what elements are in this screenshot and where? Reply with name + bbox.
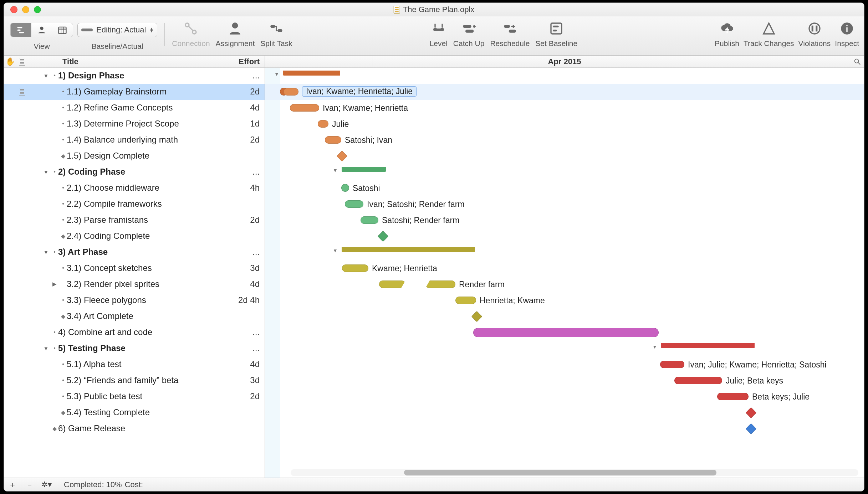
scrollbar-thumb[interactable] [404, 470, 716, 475]
view-segmented-control[interactable] [10, 23, 73, 37]
milestone-bullet-icon: ◆ [60, 313, 67, 320]
gantt-milestone-diamond[interactable] [745, 407, 756, 418]
gantt-task-bar[interactable] [660, 361, 684, 368]
outline-row-r14[interactable]: •1.4) Balance underlying math2d [4, 132, 265, 148]
disclosure-down-icon[interactable] [44, 249, 49, 255]
disclosure-down-icon[interactable] [44, 73, 49, 79]
view-calendar-button[interactable] [52, 23, 73, 37]
row-title: 4) Combine art and code [58, 327, 228, 337]
disclosure-down-icon[interactable] [44, 169, 49, 175]
outline-row-r23[interactable]: •2.3) Parse framistans2d [4, 212, 265, 228]
publish-button[interactable] [719, 20, 736, 37]
outline-row-r34[interactable]: ◆3.4) Art Complete [4, 308, 265, 324]
outline-row-r15[interactable]: ◆1.5) Design Complete [4, 148, 265, 164]
outline-rows[interactable]: •1) Design Phase...•1.1) Gameplay Brains… [4, 68, 265, 437]
bullet-icon: • [60, 120, 67, 127]
catch-up-button[interactable] [460, 20, 478, 37]
view-people-button[interactable] [31, 23, 52, 37]
add-task-button[interactable]: ＋ [4, 478, 21, 491]
gantt-summary-bar[interactable] [662, 343, 754, 348]
level-button[interactable] [430, 20, 447, 37]
action-menu-button[interactable]: ✲▾ [38, 478, 55, 491]
outline-row-r12[interactable]: •1.2) Refine Game Concepts4d [4, 100, 265, 116]
close-window-button[interactable] [10, 6, 17, 13]
outline-row-r2[interactable]: •2) Coding Phase... [4, 164, 265, 180]
gantt-bar-label: Julie [332, 119, 349, 129]
magnifier-icon[interactable] [853, 58, 861, 66]
gantt-disclosure-icon[interactable]: ▼ [333, 248, 338, 253]
outline-row-r4[interactable]: •4) Combine art and code... [4, 324, 265, 340]
view-gantt-button[interactable] [11, 23, 31, 37]
outline-row-r31[interactable]: •3.1) Concept sketches3d [4, 260, 265, 276]
gantt-task-bar[interactable] [342, 264, 368, 272]
outline-row-r54[interactable]: ◆5.4) Testing Complete [4, 405, 265, 421]
gantt-task-bar[interactable] [345, 200, 363, 208]
row-title: 3.4) Art Complete [67, 311, 228, 321]
set-baseline-button[interactable] [548, 20, 565, 37]
track-changes-button[interactable] [760, 20, 777, 37]
outline-row-r1[interactable]: •1) Design Phase... [4, 68, 265, 84]
gantt-task-bar[interactable] [361, 216, 378, 224]
reschedule-label: Reschedule [490, 39, 530, 48]
baseline-popup[interactable]: Editing: Actual ▲▼ [77, 23, 157, 37]
outline-row-r6[interactable]: ◆6) Game Release [4, 421, 265, 437]
gantt-task-bar[interactable] [325, 136, 341, 144]
outline-row-r51[interactable]: •5.1) Alpha test4d [4, 356, 265, 372]
assignment-button[interactable] [226, 20, 244, 37]
disclosure-down-icon[interactable] [44, 345, 49, 351]
gantt-timeline-header[interactable]: Apr 2015 [265, 56, 864, 68]
effort-column-header[interactable]: Effort [228, 57, 265, 66]
gantt-summary-bar[interactable] [342, 167, 386, 172]
row-effort: 2d [228, 87, 265, 97]
outline-row-r24[interactable]: ◆2.4) Coding Complete [4, 228, 265, 244]
gantt-task-bar[interactable] [473, 328, 659, 337]
gantt-summary-bar[interactable] [284, 71, 340, 76]
gantt-task-bar[interactable] [290, 104, 319, 112]
disclosure-right-icon[interactable] [52, 281, 57, 287]
zoom-window-button[interactable] [34, 6, 41, 13]
violations-button[interactable] [806, 20, 823, 37]
split-task-button[interactable] [268, 20, 285, 37]
gantt-task-bar[interactable] [318, 120, 328, 128]
gantt-task-bar[interactable] [717, 393, 749, 400]
outline-row-r11[interactable]: •1.1) Gameplay Brainstorm2d [4, 84, 265, 100]
outline-row-r32[interactable]: 3.2) Render pixel sprites4d [4, 276, 265, 292]
gantt-split-segment[interactable] [425, 281, 455, 288]
outline-row-r3[interactable]: •3) Art Phase... [4, 244, 265, 260]
gantt-summary-bar[interactable] [342, 247, 475, 252]
gantt-milestone-diamond[interactable] [745, 423, 756, 434]
outline-row-r5[interactable]: •5) Testing Phase... [4, 340, 265, 356]
gantt-task-bar[interactable] [455, 297, 476, 304]
outline-row-r33[interactable]: •3.3) Fleece polygons2d 4h [4, 292, 265, 308]
svg-rect-19 [553, 26, 559, 27]
bullet-icon: • [60, 217, 67, 223]
assignment-label: Assignment [216, 39, 255, 48]
bullet-icon: • [60, 393, 67, 400]
outline-row-r22[interactable]: •2.2) Compile frameworks [4, 196, 265, 212]
gantt-disclosure-icon[interactable]: ▼ [652, 344, 657, 350]
gantt-chart[interactable]: ▼Ivan; Kwame; Henrietta; JulieIvan; Kwam… [265, 68, 864, 478]
gantt-milestone-circle[interactable] [341, 184, 349, 192]
remove-task-button[interactable]: － [21, 478, 38, 491]
gantt-milestone-diamond[interactable] [471, 311, 482, 322]
gantt-disclosure-icon[interactable]: ▼ [274, 71, 279, 77]
outline-row-r53[interactable]: •5.3) Public beta test2d [4, 388, 265, 405]
gantt-task-bar[interactable] [284, 88, 298, 96]
reschedule-button[interactable] [501, 20, 519, 37]
gantt-milestone-diamond[interactable] [377, 231, 388, 242]
outline-row-r13[interactable]: •1.3) Determine Project Scope1d [4, 116, 265, 132]
svg-rect-23 [816, 26, 817, 32]
minimize-window-button[interactable] [22, 6, 29, 13]
row-effort: ... [228, 247, 265, 257]
row-title: 1.1) Gameplay Brainstorm [67, 87, 228, 97]
note-icon[interactable] [19, 88, 25, 96]
gantt-split-segment[interactable] [379, 281, 405, 288]
outline-row-r52[interactable]: •5.2) “Friends and family” beta3d [4, 372, 265, 388]
gantt-task-bar[interactable] [674, 377, 722, 384]
outline-row-r21[interactable]: •2.1) Choose middleware4h [4, 180, 265, 196]
gantt-milestone-diamond[interactable] [336, 150, 347, 161]
horizontal-scrollbar[interactable] [291, 469, 858, 476]
inspect-button[interactable] [838, 20, 856, 37]
title-column-header[interactable]: Title [28, 57, 228, 66]
gantt-disclosure-icon[interactable]: ▼ [333, 168, 338, 173]
